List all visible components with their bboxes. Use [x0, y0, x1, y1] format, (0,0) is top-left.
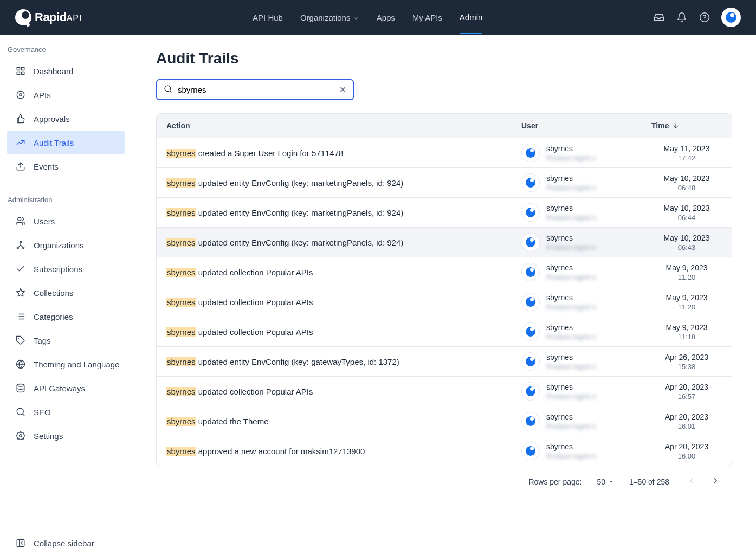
table-row[interactable]: sbyrnes approved a new account for maksi… [157, 436, 732, 466]
time-cell: Apr 20, 202316:00 [651, 442, 722, 460]
action-cell: sbyrnes updated entity EnvConfig (key: m… [166, 178, 521, 188]
user-cell: sbyrnesProduct mgmt n [521, 203, 651, 222]
table-header: Action User Time [157, 114, 732, 138]
sidebar-item-audit-trails[interactable]: Audit Trails [7, 131, 125, 154]
table-row[interactable]: sbyrnes updated entity EnvConfig (key: m… [157, 167, 732, 197]
action-cell: sbyrnes updated entity EnvConfig (key: m… [166, 238, 521, 247]
time-cell: Apr 20, 202316:57 [651, 383, 722, 401]
action-cell: sbyrnes updated collection Popular APIs [166, 327, 521, 337]
sidebar-item-collections[interactable]: Collections [0, 281, 132, 305]
org-icon [15, 240, 26, 250]
table-row[interactable]: sbyrnes updated entity EnvConfig (key: g… [157, 346, 732, 376]
user-name: sbyrnes [546, 323, 596, 332]
user-cell: sbyrnesProduct mgmt n [521, 412, 651, 430]
svg-rect-5 [22, 72, 24, 75]
table-row[interactable]: sbyrnes updated the ThemesbyrnesProduct … [157, 406, 732, 436]
inbox-icon[interactable] [653, 11, 665, 23]
nav-item-my-apis[interactable]: My APIs [412, 2, 442, 33]
logo-text: RapidAPI [35, 10, 82, 24]
table-row[interactable]: sbyrnes updated entity EnvConfig (key: m… [157, 197, 732, 227]
sidebar-item-tags[interactable]: Tags [0, 328, 132, 352]
sidebar-item-label: Approvals [34, 114, 70, 124]
table-row[interactable]: sbyrnes updated collection Popular APIss… [157, 376, 732, 406]
search-input[interactable] [178, 85, 334, 94]
user-cell: sbyrnesProduct mgmt n [521, 352, 651, 371]
sidebar-item-theming-and-language[interactable]: Theming and Language [0, 352, 132, 376]
time-cell: May 9, 202311:18 [651, 323, 722, 341]
user-sub: Product mgmt n [546, 184, 596, 192]
user-cell: sbyrnesProduct mgmt n [521, 322, 651, 341]
next-page-button[interactable] [708, 474, 722, 489]
svg-rect-3 [22, 67, 24, 70]
nav-item-apps[interactable]: Apps [377, 2, 395, 33]
check-icon [15, 263, 26, 274]
col-action[interactable]: Action [166, 121, 521, 130]
time-cell: May 9, 202311:20 [651, 263, 722, 281]
sidebar-item-label: Theming and Language [34, 360, 119, 369]
user-name: sbyrnes [546, 353, 596, 362]
help-icon[interactable] [699, 11, 710, 23]
sidebar-item-settings[interactable]: Settings [0, 424, 132, 448]
user-name: sbyrnes [546, 412, 596, 421]
col-time[interactable]: Time [651, 121, 722, 130]
header-actions [653, 8, 741, 27]
user-avatar-icon [521, 263, 540, 281]
user-name: sbyrnes [546, 234, 596, 242]
user-avatar-icon [521, 322, 540, 341]
sidebar-item-organizations[interactable]: Organizations [0, 233, 132, 257]
table-row[interactable]: sbyrnes updated collection Popular APIss… [157, 317, 732, 346]
table-row[interactable]: sbyrnes updated collection Popular APIss… [157, 287, 732, 317]
sidebar-item-label: Tags [34, 336, 51, 345]
time-cell: May 10, 202306:48 [651, 174, 722, 192]
avatar[interactable] [721, 8, 741, 27]
clear-icon[interactable]: ✕ [339, 85, 346, 95]
top-header: RapidAPI API HubOrganizations AppsMy API… [0, 0, 756, 35]
sidebar-item-label: Events [34, 162, 59, 171]
sidebar-item-events[interactable]: Events [0, 154, 132, 178]
user-cell: sbyrnesProduct mgmt n [521, 233, 651, 251]
time-cell: Apr 20, 202316:01 [651, 412, 722, 430]
sidebar-item-subscriptions[interactable]: Subscriptions [0, 257, 132, 281]
prev-page-button[interactable] [684, 474, 699, 489]
sidebar-item-label: APIs [34, 91, 51, 100]
sidebar-item-approvals[interactable]: Approvals [0, 107, 132, 131]
settings-icon [15, 430, 26, 441]
pagination: Rows per page: 50 1–50 of 258 [156, 466, 732, 493]
sidebar-item-apis[interactable]: APIs [0, 83, 132, 107]
table-row[interactable]: sbyrnes created a Super User Login for 5… [157, 138, 732, 167]
time-cell: May 10, 202306:43 [651, 234, 722, 251]
user-sub: Product mgmt n [546, 363, 596, 371]
sidebar-item-api-gateways[interactable]: API Gateways [0, 376, 132, 400]
user-name: sbyrnes [546, 174, 596, 183]
user-cell: sbyrnesProduct mgmt n [521, 173, 651, 192]
collapse-sidebar[interactable]: Collapse sidebar [0, 531, 132, 555]
svg-line-25 [23, 414, 24, 416]
user-avatar-icon [521, 233, 540, 251]
user-cell: sbyrnesProduct mgmt n [521, 263, 651, 281]
nav-item-admin[interactable]: Admin [460, 2, 483, 34]
table-row[interactable]: sbyrnes updated collection Popular APIss… [157, 257, 732, 287]
list-icon [15, 311, 26, 322]
audit-table: Action User Time sbyrnes created a Super… [156, 113, 732, 466]
rows-per-page-select[interactable]: 50 [597, 477, 614, 486]
sidebar-item-label: Audit Trails [34, 138, 74, 147]
nav-item-api-hub[interactable]: API Hub [253, 2, 283, 33]
nav-item-organizations[interactable]: Organizations [300, 2, 359, 33]
sidebar-item-label: Collections [34, 288, 73, 298]
sidebar-item-label: Categories [34, 312, 73, 321]
bell-icon[interactable] [676, 11, 688, 23]
page-range: 1–50 of 258 [629, 477, 669, 486]
sidebar-heading: Administration [0, 191, 132, 209]
col-user[interactable]: User [521, 121, 651, 130]
logo[interactable]: RapidAPI [15, 9, 82, 25]
table-row[interactable]: sbyrnes updated entity EnvConfig (key: m… [157, 227, 732, 257]
user-avatar-icon [521, 352, 540, 371]
page-title: Audit Trails [156, 50, 732, 67]
action-cell: sbyrnes updated collection Popular APIs [166, 387, 521, 396]
user-avatar-icon [521, 412, 540, 430]
sidebar-item-seo[interactable]: SEO [0, 400, 132, 424]
search-box[interactable]: ✕ [156, 79, 354, 100]
sidebar-item-categories[interactable]: Categories [0, 305, 132, 328]
sidebar-item-dashboard[interactable]: Dashboard [0, 59, 132, 83]
sidebar-item-users[interactable]: Users [0, 209, 132, 233]
